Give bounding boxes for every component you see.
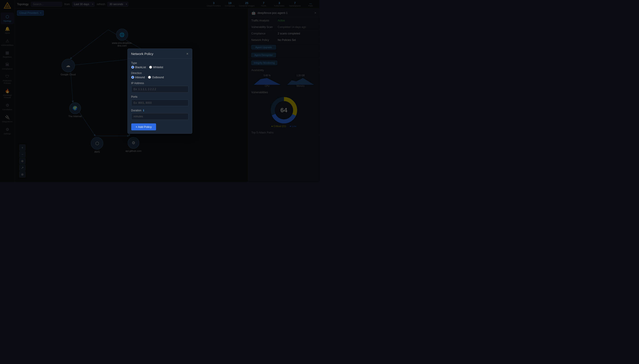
blacklist-radio-label[interactable]: BlackList [131, 66, 146, 69]
modal-close-button[interactable]: × [186, 52, 188, 56]
outbound-radio[interactable] [148, 76, 151, 79]
type-label: Type [131, 62, 188, 64]
whitelist-label: Whitelist [153, 66, 163, 69]
type-field: Type BlackList Whitelist [131, 62, 188, 69]
type-radio-group: BlackList Whitelist [131, 66, 188, 69]
inbound-label: Inbound [135, 76, 145, 79]
modal-body: Type BlackList Whitelist Direction [128, 58, 192, 134]
whitelist-radio-label[interactable]: Whitelist [149, 66, 163, 69]
inbound-radio[interactable] [131, 76, 134, 79]
duration-label: Duration [131, 109, 141, 112]
ip-address-input[interactable] [131, 86, 188, 92]
ports-field: Ports [131, 95, 188, 106]
outbound-radio-label[interactable]: Outbound [148, 76, 164, 79]
network-policy-modal: Network Policy × Type BlackList Whitelis… [128, 48, 192, 134]
modal-title: Network Policy [131, 52, 154, 56]
ports-label: Ports [131, 95, 188, 98]
modal-header: Network Policy × [128, 49, 192, 58]
duration-row: Duration ℹ [131, 109, 188, 112]
duration-input[interactable] [131, 113, 188, 120]
direction-field: Direction Inbound Outbound [131, 72, 188, 79]
add-policy-button[interactable]: + Add Policy [131, 124, 156, 130]
ip-label: IP Address [131, 82, 188, 85]
info-icon: ℹ [143, 109, 144, 112]
direction-label: Direction [131, 72, 188, 75]
ports-input[interactable] [131, 100, 188, 106]
outbound-label: Outbound [152, 76, 164, 79]
inbound-radio-label[interactable]: Inbound [131, 76, 145, 79]
blacklist-label: BlackList [135, 66, 146, 69]
direction-radio-group: Inbound Outbound [131, 76, 188, 79]
modal-overlay[interactable]: Network Policy × Type BlackList Whitelis… [0, 0, 320, 182]
ip-address-field: IP Address [131, 82, 188, 92]
whitelist-radio[interactable] [149, 66, 152, 69]
duration-field: Duration ℹ [131, 109, 188, 120]
blacklist-radio[interactable] [131, 66, 134, 69]
